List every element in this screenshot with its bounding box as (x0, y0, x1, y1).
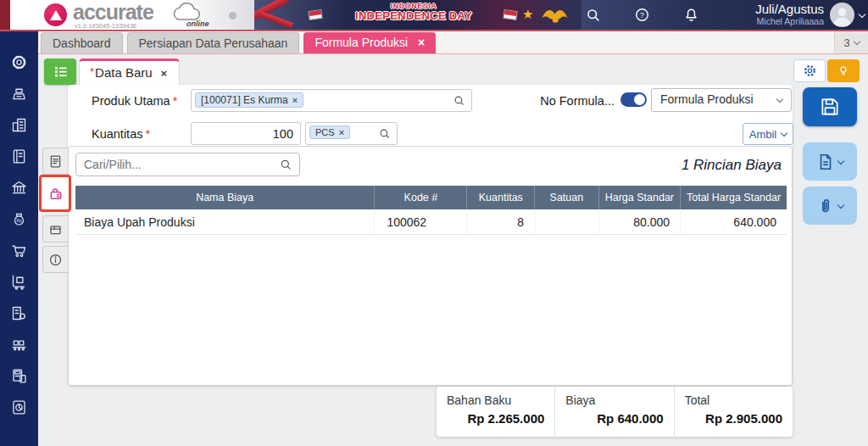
period-label: Juli/Agustus (755, 2, 824, 16)
garuda-emblem-icon (541, 4, 571, 26)
chevron-down-icon[interactable] (859, 11, 865, 18)
indonesia-flag-icon (308, 9, 322, 20)
kuantitas-label: Kuantitas* (92, 127, 150, 141)
corner-decoration (0, 0, 10, 30)
satuan-field[interactable]: PCS× (305, 122, 398, 145)
app-version: v1.0.1#3045-1939436 (75, 22, 136, 30)
user-zone: ? Juli/Agustus Michel Apriliaaaa (581, 0, 868, 30)
summary-total: Total Rp 2.905.000 (674, 387, 793, 437)
svg-text:?: ? (640, 11, 644, 20)
search-icon[interactable] (585, 7, 601, 23)
column-header: Kuantitas (466, 186, 534, 209)
chevron-down-icon (837, 157, 844, 164)
side-tab-note[interactable] (42, 148, 68, 175)
online-label: online (186, 20, 209, 28)
lookup-icon[interactable] (453, 94, 465, 107)
formula-form-card: Produk Utama* [100071] Es Kurma× No Form… (68, 85, 793, 386)
summary-bar: Bahan Baku Rp 2.265.000 Biaya Rp 640.000… (437, 387, 793, 437)
search-icon[interactable] (279, 158, 292, 171)
banner-text: INDONESIA INDEPENDENCE DAY (329, 2, 498, 23)
chevron-down-icon (781, 129, 787, 136)
tab-persiapan-data-perusahaan[interactable]: Persiapan Data Perusahaan (127, 32, 300, 53)
no-formula-label: No Formula... (526, 94, 615, 108)
app-window: accurate v1.0.1#3045-1939436 online INDO… (0, 0, 868, 446)
rincian-biaya-panel: 1 Rincian Biaya Nama Biaya Kode # Kuanti… (68, 146, 793, 386)
tab-data-baru[interactable]: *Data Baru× (79, 59, 180, 85)
column-header: Kode # (374, 186, 466, 209)
side-tab-package[interactable] (42, 215, 68, 243)
sidebar-purchase-icon[interactable] (10, 242, 28, 259)
independence-day-banner: INDONESIA INDEPENDENCE DAY ★ (254, 0, 581, 30)
close-icon[interactable]: × (418, 36, 425, 49)
produk-utama-label: Produk Utama* (92, 94, 177, 108)
ambil-button[interactable]: Ambil (743, 123, 793, 145)
sidebar-report-icon[interactable] (10, 399, 28, 416)
detail-search-input[interactable] (75, 153, 300, 176)
side-tab-info[interactable] (42, 246, 68, 273)
sidebar-asset-icon[interactable] (10, 304, 28, 322)
column-header: Satuan (534, 186, 598, 209)
avatar[interactable] (830, 3, 854, 27)
help-icon[interactable]: ? (634, 7, 650, 23)
chevron-down-icon (776, 96, 783, 103)
chevron-down-icon (837, 201, 844, 208)
sidebar-sales-icon[interactable]: Rp (10, 210, 28, 228)
satuan-chip: PCS× (309, 125, 350, 139)
column-header: Total Harga Standar (680, 186, 787, 209)
tab-overflow-button[interactable]: 3 (834, 31, 868, 53)
sidebar-settings-icon[interactable] (10, 53, 28, 71)
top-header: accurate v1.0.1#3045-1939436 online INDO… (0, 0, 868, 31)
required-marker: * (145, 127, 150, 141)
svg-text:Rp: Rp (16, 219, 21, 223)
detail-counter: 1 Rincian Biaya (682, 157, 782, 174)
kuantitas-input[interactable] (191, 122, 301, 145)
sidebar-bank-icon[interactable] (10, 179, 28, 197)
sidebar-inventory-icon[interactable] (10, 273, 28, 291)
table-row[interactable]: Biaya Upah Produksi 100062 8 80.000 640.… (75, 209, 787, 235)
tab-dashboard[interactable]: Dashboard (41, 32, 123, 53)
sidebar-company-icon[interactable] (10, 116, 28, 134)
column-header: Nama Biaya (75, 186, 374, 209)
chip-close-icon[interactable]: × (339, 127, 344, 137)
dot-decoration (229, 12, 236, 20)
sidebar-cash-register-icon[interactable] (10, 85, 28, 103)
close-icon[interactable]: × (161, 67, 168, 80)
attachment-button[interactable] (803, 187, 857, 225)
window-tabbar: Dashboard Persiapan Data Perusahaan Form… (38, 31, 868, 54)
star-icon: ★ (522, 7, 533, 22)
unsaved-marker: * (90, 65, 94, 78)
workspace: *Data Baru× Produk Utama* [100071] Es Ku… (38, 54, 868, 446)
summary-biaya: Biaya Rp 640.000 (554, 387, 673, 437)
summary-bahan-baku: Bahan Baku Rp 2.265.000 (437, 387, 554, 437)
indonesia-flag-icon (503, 9, 517, 20)
formula-type-select[interactable]: Formula Produksi (651, 88, 792, 112)
produk-utama-field[interactable]: [100071] Es Kurma× (191, 89, 472, 112)
sidebar-tax-icon[interactable] (10, 367, 28, 385)
module-sidebar: Rp (0, 31, 38, 446)
document-actions-button[interactable] (803, 142, 857, 181)
no-formula-toggle[interactable] (620, 92, 647, 107)
bell-icon[interactable] (683, 7, 699, 23)
brand-name: accurate (73, 0, 153, 25)
chevron-down-icon (853, 37, 860, 44)
username-label: Michel Apriliaaaa (755, 16, 824, 26)
form-settings-button[interactable] (793, 59, 826, 82)
hint-lightbulb-button[interactable] (827, 59, 860, 82)
lookup-icon[interactable] (378, 127, 391, 140)
logo-zone: accurate v1.0.1#3045-1939436 online (10, 0, 254, 30)
save-button[interactable] (803, 87, 857, 126)
column-header: Harga Standar (598, 186, 680, 209)
side-tab-cost[interactable] (39, 175, 71, 212)
ribbon-decoration (259, 11, 293, 28)
detail-table-header: Nama Biaya Kode # Kuantitas Satuan Harga… (75, 186, 787, 209)
produk-chip: [100071] Es Kurma× (195, 92, 303, 108)
sidebar-journal-icon[interactable] (10, 148, 28, 165)
required-marker: * (173, 94, 178, 108)
chip-close-icon[interactable]: × (292, 95, 298, 105)
record-list-button[interactable] (44, 59, 76, 85)
tab-formula-produksi[interactable]: Formula Produksi× (303, 32, 436, 53)
sidebar-manufacture-icon[interactable] (10, 336, 28, 354)
user-menu[interactable]: Juli/Agustus Michel Apriliaaaa (755, 2, 824, 26)
accurate-logo-icon (44, 3, 67, 26)
